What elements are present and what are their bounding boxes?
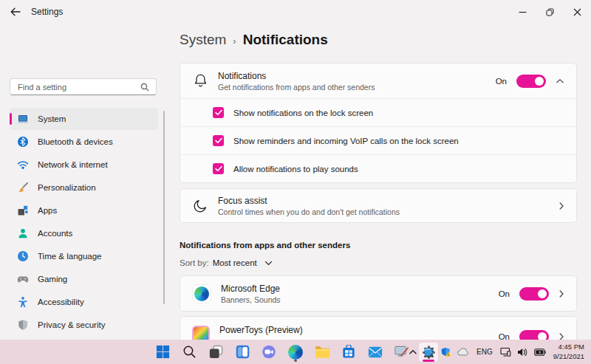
sidebar-item-accounts[interactable]: Accounts <box>10 222 158 244</box>
notifications-toggle-label: On <box>496 77 507 86</box>
play-sounds-row: Allow notifications to play sounds <box>180 154 576 182</box>
microsoft-edge-icon <box>192 284 211 303</box>
page-title: Notifications <box>243 32 328 48</box>
focus-assist-title: Focus assist <box>218 196 400 206</box>
chevron-right-icon <box>558 332 564 340</box>
powertoys-icon <box>192 326 210 340</box>
notifications-toggle[interactable] <box>516 75 546 88</box>
system-tray: ENG 4:45 PM 9/21/2021 <box>409 340 591 364</box>
security-shield-warning-icon[interactable] <box>440 347 451 357</box>
reminders-voip-checkbox[interactable] <box>213 135 224 146</box>
edge-taskbar-button[interactable] <box>286 343 305 362</box>
focus-assist-card[interactable]: Focus assist Control times when you do a… <box>180 188 577 223</box>
gamepad-icon <box>17 273 29 285</box>
focus-assist-subtitle: Control times when you do and don't get … <box>218 207 400 216</box>
chevron-up-icon <box>409 349 417 355</box>
checkbox-label: Allow notifications to play sounds <box>233 165 358 174</box>
app-name: PowerToys (Preview) <box>219 325 303 335</box>
chat-button[interactable] <box>259 343 279 362</box>
app-row-microsoft-edge[interactable]: Microsoft Edge Banners, Sounds On <box>180 275 577 312</box>
play-sounds-checkbox[interactable] <box>213 163 224 174</box>
app-name: Microsoft Edge <box>221 284 281 294</box>
notifications-header-row[interactable]: Notifications Get notifications from app… <box>180 63 576 98</box>
person-icon <box>17 227 29 239</box>
sidebar-item-label: System <box>38 114 66 123</box>
breadcrumb: System › Notifications <box>180 32 577 48</box>
toggle-knob <box>538 332 547 340</box>
sidebar-item-network-internet[interactable]: Network & internet <box>10 154 158 176</box>
toggle-knob <box>535 77 544 86</box>
taskbar-search-button[interactable] <box>180 343 199 362</box>
show-hidden-icons-button[interactable] <box>409 349 417 355</box>
close-button[interactable] <box>564 0 591 24</box>
checkmark-icon <box>215 137 222 144</box>
sidebar-item-accessibility[interactable]: Accessibility <box>10 291 158 313</box>
battery-icon[interactable] <box>534 348 546 356</box>
network-display-icon[interactable] <box>500 347 511 357</box>
microsoft-store-button[interactable] <box>339 343 358 362</box>
minimize-button[interactable] <box>509 0 536 24</box>
bell-icon <box>192 73 208 89</box>
file-explorer-icon <box>315 346 330 359</box>
restore-button[interactable] <box>536 0 564 24</box>
reminders-voip-row: Show reminders and incoming VoIP calls o… <box>180 126 576 154</box>
mail-button[interactable] <box>366 343 385 362</box>
chevron-right-icon <box>558 202 564 210</box>
sidebar-item-gaming[interactable]: Gaming <box>10 268 158 290</box>
sidebar-item-personalization[interactable]: Personalization <box>10 176 158 199</box>
sidebar-item-system[interactable]: System <box>10 108 158 130</box>
sidebar-item-label: Apps <box>38 206 57 215</box>
search-input[interactable] <box>10 83 140 92</box>
bluetooth-icon <box>17 136 29 148</box>
language-indicator[interactable]: ENG <box>475 348 494 356</box>
teacup-tray-icon[interactable] <box>423 347 434 357</box>
sidebar-item-label: Accounts <box>38 229 72 238</box>
minimize-icon <box>519 8 527 16</box>
volume-icon[interactable] <box>517 348 528 357</box>
chat-icon <box>262 345 276 360</box>
back-button[interactable] <box>0 0 31 24</box>
sidebar-item-label: Time & language <box>38 252 102 261</box>
sort-by-dropdown[interactable]: Sort by: Most recent <box>180 258 577 267</box>
store-icon <box>342 345 355 359</box>
apps-grid-icon <box>17 205 29 216</box>
time-text: 4:45 PM <box>553 343 584 351</box>
checkmark-icon <box>215 165 222 172</box>
powertoys-notifications-toggle[interactable] <box>519 330 549 340</box>
start-icon <box>156 345 170 359</box>
crescent-moon-icon <box>192 198 208 213</box>
task-view-button[interactable] <box>206 343 225 362</box>
sidebar-item-apps[interactable]: Apps <box>10 199 158 222</box>
clock-icon <box>17 250 29 262</box>
search-icon <box>140 83 149 92</box>
widgets-button[interactable] <box>233 343 252 362</box>
sidebar-item-label: Network & internet <box>38 160 108 169</box>
clock[interactable]: 4:45 PM 9/21/2021 <box>553 343 584 361</box>
sidebar-item-time-language[interactable]: Time & language <box>10 245 158 267</box>
edge-notifications-toggle[interactable] <box>519 287 549 301</box>
onedrive-cloud-icon[interactable] <box>457 348 469 356</box>
sort-by-label: Sort by: <box>180 258 209 267</box>
sidebar-scrollbar[interactable] <box>163 111 165 304</box>
sidebar-item-privacy-security[interactable]: Privacy & security <box>10 314 158 336</box>
brush-icon <box>17 182 29 193</box>
lock-screen-notifications-checkbox[interactable] <box>213 107 224 118</box>
window-title: Settings <box>31 7 63 17</box>
sidebar: System Bluetooth & devices Network & int… <box>0 24 170 340</box>
sidebar-nav: System Bluetooth & devices Network & int… <box>10 108 158 337</box>
sidebar-item-bluetooth-devices[interactable]: Bluetooth & devices <box>10 131 158 153</box>
search-box[interactable] <box>10 78 157 95</box>
date-text: 9/21/2021 <box>553 352 584 361</box>
taskbar: ENG 4:45 PM 9/21/2021 <box>0 340 591 364</box>
breadcrumb-system[interactable]: System <box>180 32 226 48</box>
start-button[interactable] <box>153 343 172 362</box>
sort-by-value: Most recent <box>213 258 257 267</box>
restore-icon <box>546 8 554 16</box>
shield-icon <box>17 319 29 331</box>
file-explorer-button[interactable] <box>312 343 332 362</box>
app-row-powertoys[interactable]: PowerToys (Preview) On <box>180 316 577 340</box>
collapse-chevron-up-icon[interactable] <box>556 78 564 84</box>
desktop-pen-app-icon <box>394 345 409 359</box>
toggle-knob <box>538 289 547 298</box>
edge-icon <box>288 345 303 360</box>
